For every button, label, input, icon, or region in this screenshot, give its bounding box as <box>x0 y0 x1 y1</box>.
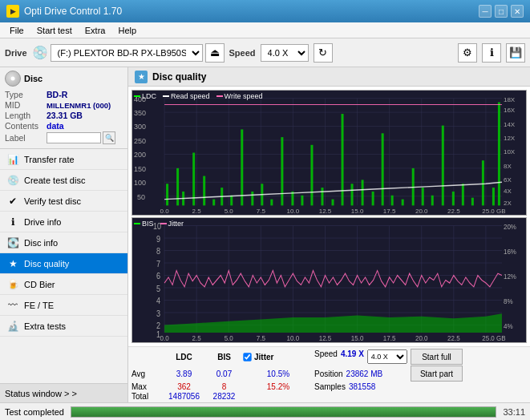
menu-help[interactable]: Help <box>111 24 143 37</box>
svg-rect-39 <box>351 184 354 205</box>
disc-quality-header-icon: ★ <box>135 71 148 83</box>
svg-text:2.5: 2.5 <box>192 333 201 342</box>
progress-bar <box>71 406 496 418</box>
start-part-button[interactable]: Start part <box>411 365 463 382</box>
disc-panel: Disc Type BD-R MID MILLENMR1 (000) Lengt… <box>0 67 127 149</box>
speed-select[interactable]: 4.0 X <box>261 44 309 62</box>
disc-label-btn[interactable]: 🔍 <box>103 131 115 144</box>
speed-mode-select[interactable]: 4.0 X <box>367 349 407 364</box>
speed-label: Speed <box>229 48 256 58</box>
legend-bis-label: BIS <box>142 220 154 228</box>
jitter-dot <box>160 223 167 224</box>
sidebar-item-verify-test[interactable]: ✔ Verify test disc <box>0 191 127 212</box>
svg-text:10.0: 10.0 <box>287 333 300 342</box>
svg-rect-47 <box>431 196 434 206</box>
status-time: 33:11 <box>503 407 525 417</box>
svg-text:25.0 GB: 25.0 GB <box>482 208 505 215</box>
disc-label-label: Label <box>5 133 47 143</box>
disc-label-input[interactable] <box>47 132 101 143</box>
speed-current-val: 4.19 X <box>341 349 364 364</box>
menu-extra[interactable]: Extra <box>79 24 112 37</box>
svg-text:6X: 6X <box>504 176 512 184</box>
disc-panel-header: Disc <box>5 71 123 87</box>
legend-ldc: LDC <box>134 92 156 100</box>
sidebar-item-fe-te[interactable]: 〰 FE / TE <box>0 295 127 316</box>
legend-bis: BIS <box>134 220 154 228</box>
speed-header-label: Speed <box>314 349 338 364</box>
svg-rect-21 <box>176 168 179 206</box>
svg-text:8: 8 <box>156 247 160 256</box>
position-row: Position 23862 MB <box>314 370 411 378</box>
status-window-label: Status window > > <box>5 389 77 398</box>
cd-bier-icon: 🍺 <box>6 278 19 291</box>
svg-text:17.5: 17.5 <box>383 208 396 215</box>
drive-select[interactable]: (F:) PLEXTOR BD-R PX-LB950SA 1.06 <box>51 44 203 62</box>
progress-bar-fill <box>71 407 496 417</box>
disc-length-value: 23.31 GB <box>47 111 83 120</box>
avg-bis: 0.07 <box>206 370 242 378</box>
svg-rect-34 <box>301 196 303 206</box>
menu-start-test[interactable]: Start test <box>30 24 79 37</box>
refresh-button[interactable]: ↻ <box>314 43 333 63</box>
svg-rect-54 <box>498 103 500 206</box>
sidebar-item-disc-info[interactable]: 💽 Disc info <box>0 232 127 253</box>
verify-test-icon: ✔ <box>6 195 19 208</box>
svg-text:18X: 18X <box>504 96 516 103</box>
drive-info-label: Drive info <box>24 217 61 227</box>
svg-text:9: 9 <box>156 234 160 244</box>
eject-button[interactable]: ⏏ <box>205 43 225 63</box>
maximize-button[interactable]: □ <box>495 5 508 18</box>
start-full-button[interactable]: Start full <box>411 349 463 365</box>
top-chart-legend: LDC Read speed Write speed <box>134 92 262 100</box>
sidebar-item-disc-quality[interactable]: ★ Disc quality <box>0 253 127 274</box>
jitter-checkbox[interactable] <box>243 353 251 361</box>
disc-icon <box>5 71 21 87</box>
disc-length-label: Length <box>5 111 47 120</box>
bottom-chart: BIS Jitter <box>131 217 527 343</box>
svg-text:3: 3 <box>156 309 160 318</box>
svg-rect-50 <box>462 184 464 205</box>
close-button[interactable]: ✕ <box>511 5 524 18</box>
verify-test-label: Verify test disc <box>24 196 81 206</box>
disc-mid-label: MID <box>5 100 47 110</box>
svg-text:7: 7 <box>156 259 160 269</box>
sidebar-item-extra-tests[interactable]: 🔬 Extra tests <box>0 316 127 337</box>
svg-text:350: 350 <box>134 109 146 117</box>
svg-rect-31 <box>270 200 273 206</box>
top-chart: LDC Read speed Write speed <box>131 90 527 216</box>
legend-jitter-label: Jitter <box>168 220 184 228</box>
svg-text:16X: 16X <box>504 107 516 114</box>
legend-ldc-label: LDC <box>142 92 156 100</box>
title-bar-controls: ─ □ ✕ <box>479 5 524 18</box>
sidebar: Disc Type BD-R MID MILLENMR1 (000) Lengt… <box>0 67 128 402</box>
svg-text:15.0: 15.0 <box>351 208 364 215</box>
svg-rect-49 <box>452 192 455 205</box>
minimize-button[interactable]: ─ <box>479 5 492 18</box>
svg-text:12.5: 12.5 <box>319 208 332 215</box>
svg-rect-44 <box>402 200 404 206</box>
transfer-rate-icon: 📊 <box>6 153 19 166</box>
top-chart-svg: 400 350 300 250 200 150 100 50 18X 16X 1… <box>132 91 526 215</box>
drive-icon: 💿 <box>32 45 48 60</box>
svg-text:12X: 12X <box>504 135 516 142</box>
bottom-chart-legend: BIS Jitter <box>134 220 184 228</box>
disc-info-icon: 💽 <box>6 236 19 249</box>
sidebar-item-create-test[interactable]: 💿 Create test disc <box>0 170 127 191</box>
sidebar-item-drive-info[interactable]: ℹ Drive info <box>0 212 127 232</box>
sidebar-item-cd-bier[interactable]: 🍺 CD Bier <box>0 274 127 295</box>
menu-file[interactable]: File <box>3 24 30 37</box>
bottom-chart-svg: 10 9 8 7 6 5 4 3 2 1 20% 16% <box>132 218 526 342</box>
avg-ldc: 3.89 <box>162 370 206 378</box>
max-jitter: 15.2% <box>242 382 314 391</box>
legend-read-speed-label: Read speed <box>171 92 210 100</box>
info-button[interactable]: ℹ <box>482 43 501 63</box>
sidebar-item-transfer-rate[interactable]: 📊 Transfer rate <box>0 149 127 170</box>
svg-text:14X: 14X <box>504 121 516 128</box>
disc-type-row: Type BD-R <box>5 90 123 99</box>
drive-label: Drive <box>5 48 27 58</box>
settings-button[interactable]: ⚙ <box>458 43 477 63</box>
disc-label-row: Label 🔍 <box>5 131 123 144</box>
status-window-button[interactable]: Status window > > <box>0 383 127 402</box>
save-button[interactable]: 💾 <box>506 43 525 63</box>
disc-mid-value: MILLENMR1 (000) <box>47 101 111 110</box>
